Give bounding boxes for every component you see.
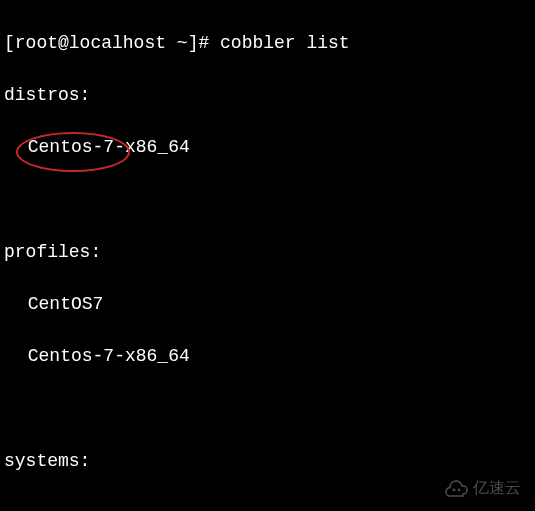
section-profiles-label: profiles: xyxy=(4,239,535,265)
prompt-line-1: [root@localhost ~]# cobbler list xyxy=(4,30,535,56)
distros-item: Centos-7-x86_64 xyxy=(4,134,535,160)
shell-prompt: [root@localhost ~]# xyxy=(4,33,220,53)
blank-line xyxy=(4,500,535,511)
command-text: cobbler list xyxy=(220,33,350,53)
profiles-item-centos7: CentOS7 xyxy=(4,291,535,317)
blank-line xyxy=(4,395,535,421)
svg-point-1 xyxy=(458,488,461,491)
cloud-icon xyxy=(443,480,469,498)
profiles-item-centos7x86: Centos-7-x86_64 xyxy=(4,343,535,369)
watermark: 亿速云 xyxy=(443,478,521,499)
svg-point-0 xyxy=(453,488,456,491)
watermark-text: 亿速云 xyxy=(473,478,521,499)
section-distros-label: distros: xyxy=(4,82,535,108)
blank-line xyxy=(4,187,535,213)
section-systems-label: systems: xyxy=(4,448,535,474)
terminal-output: [root@localhost ~]# cobbler list distros… xyxy=(0,0,535,511)
